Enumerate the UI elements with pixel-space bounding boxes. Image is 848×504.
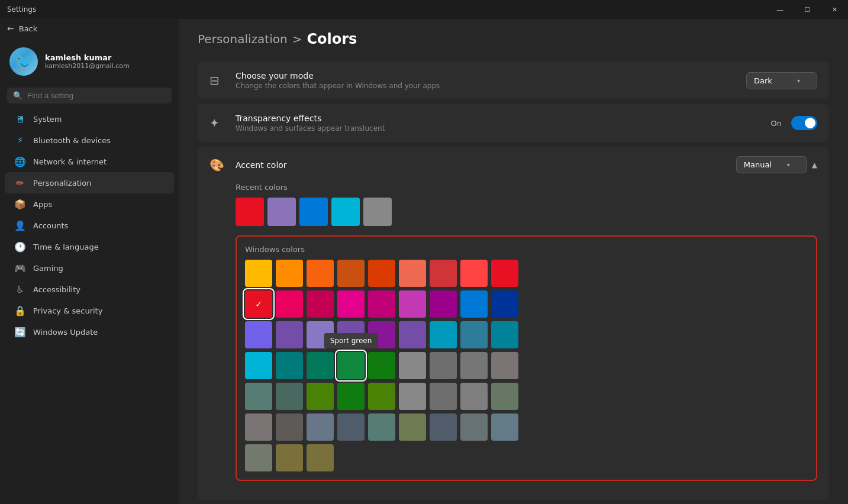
- sidebar-item-time[interactable]: 🕐 Time & language: [5, 236, 174, 257]
- win-swatch[interactable]: [460, 413, 488, 441]
- win-swatch[interactable]: [460, 290, 488, 318]
- sidebar-item-personalization[interactable]: ✏️ Personalization: [5, 172, 174, 193]
- win-swatch[interactable]: [276, 260, 303, 287]
- win-swatch[interactable]: [245, 260, 272, 287]
- win-swatch[interactable]: [399, 383, 426, 410]
- mode-dropdown[interactable]: Dark ▾: [746, 72, 817, 89]
- recent-swatch-4[interactable]: [363, 198, 392, 226]
- win-swatch[interactable]: [307, 352, 334, 379]
- win-swatch[interactable]: [460, 260, 488, 287]
- transparency-toggle[interactable]: [791, 116, 817, 130]
- mode-title: Choose your mode: [236, 71, 737, 80]
- win-swatch-sport-green[interactable]: [337, 352, 365, 379]
- win-swatch[interactable]: [491, 383, 518, 410]
- color-row-0: [245, 260, 808, 287]
- win-swatch[interactable]: [460, 352, 488, 379]
- win-swatch[interactable]: [276, 352, 303, 379]
- win-swatch[interactable]: [276, 383, 303, 410]
- search-box[interactable]: 🔍: [7, 88, 172, 104]
- win-swatch[interactable]: [491, 290, 518, 318]
- sidebar-item-bluetooth[interactable]: ⚡ Bluetooth & devices: [5, 130, 174, 151]
- win-swatch[interactable]: [337, 383, 365, 410]
- win-swatch[interactable]: [491, 413, 518, 441]
- win-swatch[interactable]: [276, 290, 303, 318]
- win-swatch[interactable]: [307, 413, 334, 441]
- sidebar-item-accounts[interactable]: 👤 Accounts: [5, 215, 174, 236]
- sidebar-item-update[interactable]: 🔄 Windows Update: [5, 321, 174, 343]
- minimize-button[interactable]: —: [766, 0, 794, 19]
- sidebar-item-network[interactable]: 🌐 Network & internet: [5, 151, 174, 172]
- transparency-toggle-label: On: [771, 119, 782, 128]
- accent-expanded: Recent colors Windows colors: [209, 183, 817, 481]
- win-swatch[interactable]: [368, 321, 395, 348]
- win-swatch[interactable]: [307, 290, 334, 318]
- sidebar-item-label: Privacy & security: [33, 306, 102, 315]
- sidebar-item-accessibility[interactable]: ♿ Accessibility: [5, 279, 174, 300]
- win-swatch[interactable]: [399, 352, 426, 379]
- win-swatch[interactable]: [399, 260, 426, 287]
- win-swatch[interactable]: [368, 383, 395, 410]
- win-swatch[interactable]: [430, 413, 457, 441]
- mode-subtitle: Change the colors that appear in Windows…: [236, 82, 737, 90]
- sidebar-item-label: Accessibility: [33, 285, 80, 294]
- chevron-up-icon[interactable]: ▲: [812, 161, 817, 169]
- search-input[interactable]: [27, 91, 166, 100]
- maximize-button[interactable]: ☐: [794, 0, 821, 19]
- win-swatch[interactable]: [307, 260, 334, 287]
- win-swatch[interactable]: [276, 321, 303, 348]
- win-swatch[interactable]: [276, 444, 303, 471]
- win-swatch[interactable]: [430, 290, 457, 318]
- win-swatch[interactable]: [460, 321, 488, 348]
- sidebar-item-label: Network & internet: [33, 157, 107, 166]
- win-swatch[interactable]: [491, 352, 518, 379]
- sidebar-item-system[interactable]: 🖥 System: [5, 108, 174, 130]
- color-row-4: [245, 383, 808, 410]
- win-swatch[interactable]: [430, 321, 457, 348]
- color-row-5: [245, 413, 808, 441]
- sidebar-item-gaming[interactable]: 🎮 Gaming: [5, 257, 174, 279]
- win-swatch[interactable]: [337, 290, 365, 318]
- recent-swatch-2[interactable]: [299, 198, 328, 226]
- system-icon: 🖥: [14, 113, 26, 125]
- win-swatch[interactable]: [337, 260, 365, 287]
- win-swatch[interactable]: [491, 321, 518, 348]
- win-swatch[interactable]: [307, 383, 334, 410]
- win-swatch[interactable]: [337, 413, 365, 441]
- win-swatch[interactable]: [307, 444, 334, 471]
- recent-swatch-3[interactable]: [331, 198, 360, 226]
- sidebar-item-label: System: [33, 115, 62, 124]
- win-swatch[interactable]: [460, 383, 488, 410]
- sidebar-item-privacy[interactable]: 🔒 Privacy & security: [5, 300, 174, 321]
- win-swatch[interactable]: [368, 260, 395, 287]
- close-button[interactable]: ✕: [821, 0, 848, 19]
- win-swatch[interactable]: [430, 260, 457, 287]
- chevron-down-icon: ▾: [787, 161, 790, 168]
- win-swatch[interactable]: [368, 352, 395, 379]
- win-swatch[interactable]: [245, 444, 272, 471]
- win-swatch[interactable]: [399, 290, 426, 318]
- win-swatch[interactable]: [430, 383, 457, 410]
- win-swatch[interactable]: [430, 352, 457, 379]
- win-swatch[interactable]: [245, 413, 272, 441]
- back-row[interactable]: ← Back: [0, 19, 179, 38]
- win-swatch[interactable]: [276, 413, 303, 441]
- accent-dropdown[interactable]: Manual ▾: [736, 156, 807, 173]
- recent-swatch-0[interactable]: [236, 198, 264, 226]
- avatar-image: 🐦: [14, 52, 34, 72]
- win-swatch[interactable]: [368, 290, 395, 318]
- win-swatch[interactable]: [337, 321, 365, 348]
- recent-colors-swatches: [236, 198, 817, 226]
- win-swatch[interactable]: [399, 321, 426, 348]
- win-swatch[interactable]: [245, 383, 272, 410]
- win-swatch[interactable]: [491, 260, 518, 287]
- win-swatch[interactable]: [245, 321, 272, 348]
- win-swatch[interactable]: [307, 321, 334, 348]
- win-swatch[interactable]: [245, 352, 272, 379]
- sidebar-item-label: Gaming: [33, 264, 63, 273]
- win-swatch[interactable]: [368, 413, 395, 441]
- win-swatch[interactable]: [399, 413, 426, 441]
- sidebar-item-apps[interactable]: 📦 Apps: [5, 193, 174, 215]
- win-swatch-selected[interactable]: [245, 290, 272, 318]
- recent-swatch-1[interactable]: [267, 198, 296, 226]
- time-icon: 🕐: [14, 241, 26, 253]
